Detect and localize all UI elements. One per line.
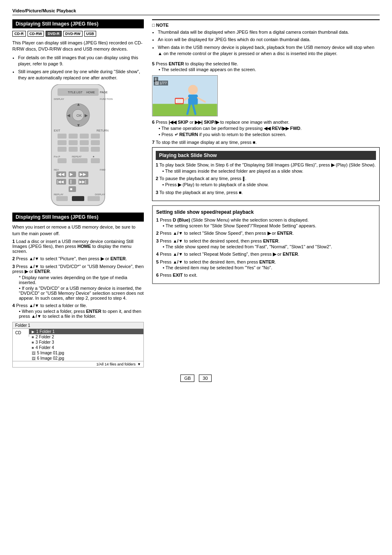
set-step-1-text: Press D (Blue) (Slide Show Menu) while t… <box>160 217 309 222</box>
svg-rect-19 <box>91 134 100 139</box>
svg-text:|◀◀: |◀◀ <box>57 180 64 184</box>
svg-text:▶: ▶ <box>70 172 73 176</box>
svg-text:REV: REV <box>54 169 59 171</box>
folder-down-arrow: ▼ <box>137 362 141 366</box>
note-bullet-1: Thumbnail data will be displayed when JP… <box>158 29 380 35</box>
playing-back-header: Playing back Slide Show <box>156 151 376 160</box>
folder-item-5[interactable]: 🖼 5 Image 01.jpg <box>29 350 143 356</box>
folder-item-1[interactable]: ▶ 1 Folder 1 <box>29 329 143 334</box>
svg-text:▼: ▼ <box>76 123 81 127</box>
folder-icon-2: ■ <box>32 335 34 339</box>
folder-item-3[interactable]: ■ 3 Folder 3 <box>29 340 143 345</box>
step-3-sub: • If only a "DVD/CD" or a USB memory dev… <box>19 286 144 301</box>
pb-step-3-text: To stop the playback at any time, press … <box>159 190 243 195</box>
screen-display: ‖ 🖼 1/77 <box>152 75 218 116</box>
step-4-sub: • When you select a folder, press ENTER … <box>19 309 144 319</box>
folder-item-4[interactable]: ■ 4 Folder 4 <box>29 345 143 350</box>
set-step-5-sub: • The desired item may be selected from … <box>163 265 376 270</box>
svg-text:DISPLAY: DISPLAY <box>95 193 105 196</box>
step-4: 4 Press ▲/▼ to select a folder or file. … <box>12 303 144 319</box>
step-3-note: * Display name varies depending on the t… <box>19 275 144 285</box>
note-title: □ NOTE <box>152 23 380 28</box>
note-box: □ NOTE Thumbnail data will be displayed … <box>152 19 380 57</box>
badge-cdrw: CD-RW <box>28 31 44 37</box>
step-7: 7 To stop the still image display at any… <box>152 140 380 145</box>
pb-step-2-num: 2 <box>156 176 158 181</box>
set-step-1: 1 Press D (Blue) (Slide Show Menu) while… <box>156 217 376 228</box>
svg-rect-18 <box>80 134 89 139</box>
playing-back-section: Playing back Slide Show 1 To play back S… <box>152 147 380 201</box>
folder-item-2-label: 2 Folder 2 <box>35 335 54 339</box>
svg-text:P.in.P: P.in.P <box>54 155 60 158</box>
svg-rect-27 <box>91 147 100 152</box>
step-2-text: Press ▲/▼ to select "Picture", then pres… <box>16 256 127 261</box>
pb-step-2-text: To pause the playback at any time, press… <box>159 176 246 181</box>
badge-dvdrw: DVD-RW <box>63 31 83 37</box>
pb-step-3-num: 3 <box>156 190 158 195</box>
folder-item-3-label: 3 Folder 3 <box>35 340 54 345</box>
setting-section: Setting slide show speed/repeat playback… <box>152 205 380 284</box>
svg-text:▶▶|: ▶▶| <box>79 180 86 184</box>
svg-rect-20 <box>58 140 67 145</box>
note-bullet-2: An icon will be displayed for JPEG files… <box>158 37 380 43</box>
svg-point-57 <box>188 85 198 95</box>
section1-bullet-1: For details on the still images that you… <box>18 55 144 67</box>
svg-rect-54 <box>88 196 100 201</box>
folder-footer: 1/All 14 files and folders ▼ <box>13 361 143 367</box>
svg-rect-24 <box>58 147 67 152</box>
svg-rect-58 <box>188 95 198 105</box>
folder-item-6-label: 6 Image 02.jpg <box>37 356 64 361</box>
svg-rect-32 <box>72 158 88 163</box>
svg-text:RETURN: RETURN <box>97 129 108 132</box>
set-step-5-num: 5 <box>156 259 159 264</box>
setting-header: Setting slide show speed/repeat playback <box>156 209 376 215</box>
step-6-sub1: • The same operation can be performed by… <box>159 126 380 131</box>
folder-icon-3: ■ <box>32 340 34 345</box>
svg-rect-22 <box>80 140 89 145</box>
page-num-label: 30 <box>199 375 211 382</box>
pb-step-1-sub: • The still images inside the selected f… <box>162 169 376 173</box>
svg-text:PAGE: PAGE <box>100 91 108 94</box>
svg-text:HOME: HOME <box>86 91 95 94</box>
set-step-4-text: Press ▲/▼ to select "Repeat Mode Setting… <box>160 252 299 257</box>
svg-text:★: ★ <box>92 155 95 158</box>
svg-rect-21 <box>69 140 78 145</box>
folder-item-5-label: 5 Image 01.jpg <box>37 351 64 355</box>
step-6-text: Press |◀◀ SKIP or ▶▶| SKIP/▶ to replace … <box>156 120 289 125</box>
svg-text:▶: ▶ <box>85 113 88 118</box>
pb-step-1-num: 1 <box>156 162 158 167</box>
step-5-text: Press ENTER to display the selected file… <box>156 61 238 66</box>
step-1: 1 Load a disc or insert a USB memory dev… <box>12 239 144 254</box>
remote-svg: TITLE LIST HOME PAGE DISPLAY FUNCTION OK… <box>39 84 117 208</box>
folder-box-header: Folder 1 <box>13 322 143 329</box>
svg-text:◀◀: ◀◀ <box>58 172 65 176</box>
set-step-2: 2 Press ▲/▼ to select "Slide Show Speed"… <box>156 231 376 236</box>
step-2: 2 Press ▲/▼ to select "Picture", then pr… <box>12 256 144 261</box>
image-icon-6: 🖼 <box>32 356 35 361</box>
page-number-area: GB 30 <box>12 376 380 381</box>
folder-item-2[interactable]: ■ 2 Folder 2 <box>29 334 143 340</box>
set-step-6: 6 Press EXIT to exit. <box>156 273 376 278</box>
folder-icon-4: ■ <box>32 346 34 350</box>
section1-bullets: For details on the still images that you… <box>18 55 144 81</box>
screen-overlay-count: 🖼 1/77 <box>154 81 168 86</box>
step-1-text: Load a disc or insert a USB memory devic… <box>12 239 134 254</box>
svg-rect-31 <box>58 158 67 163</box>
svg-text:FWD: FWD <box>100 169 106 171</box>
pb-step-2-sub: • Press ▶ (Play) to return to playback o… <box>162 182 376 187</box>
set-step-6-text: Press EXIT to exit. <box>160 273 197 278</box>
svg-text:DISPLAY: DISPLAY <box>54 98 64 100</box>
svg-text:EXIT: EXIT <box>54 129 60 132</box>
pb-step-1-text: To play back Slide Show, in Step 6 of th… <box>159 162 376 167</box>
folder-item-6[interactable]: 🖼 6 Image 02.jpg <box>29 356 143 361</box>
set-step-5-text: Press ▲/▼ to select the desired item, th… <box>160 259 276 264</box>
svg-text:◀: ◀ <box>67 113 70 118</box>
remote-control-image: TITLE LIST HOME PAGE DISPLAY FUNCTION OK… <box>39 84 117 208</box>
note-bullet-3: When data in the USB memory device is pl… <box>158 44 380 57</box>
svg-text:▲: ▲ <box>76 102 81 106</box>
svg-rect-33 <box>91 158 100 163</box>
step-6-num: 6 <box>152 120 154 125</box>
set-step-3-text: Press ▲/▼ to select the desired speed, t… <box>160 238 279 243</box>
svg-rect-23 <box>91 140 100 145</box>
set-step-6-num: 6 <box>156 273 159 278</box>
